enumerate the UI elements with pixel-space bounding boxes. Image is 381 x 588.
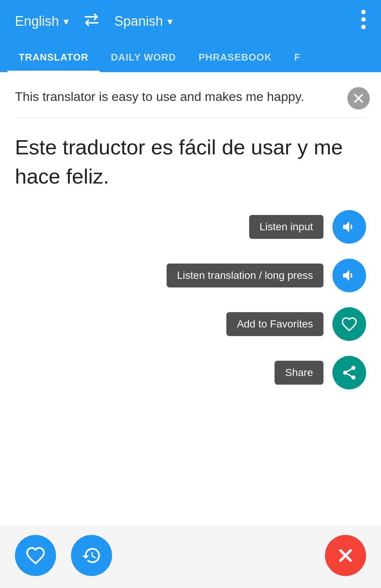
listen-input-row: Listen input xyxy=(249,210,366,244)
tab-bar: TRANSLATOR DAILY WORD PHRASEBOOK F xyxy=(0,43,381,72)
share-tooltip: Share xyxy=(275,361,323,385)
svg-line-8 xyxy=(347,374,352,376)
bottom-bar xyxy=(0,526,381,585)
listen-input-button[interactable] xyxy=(332,210,366,244)
input-text: This translator is easy to use and makes… xyxy=(15,89,304,104)
bottom-close-button[interactable] xyxy=(325,535,366,576)
listen-translation-tooltip: Listen translation / long press xyxy=(167,264,323,287)
share-row: Share xyxy=(275,356,366,390)
tab-translator[interactable]: TRANSLATOR xyxy=(7,43,100,72)
tab-phrasebook[interactable]: PHRASEBOOK xyxy=(187,43,283,72)
target-language-label: Spanish xyxy=(114,13,163,29)
svg-point-5 xyxy=(351,366,356,370)
svg-point-0 xyxy=(361,10,366,14)
more-options-icon[interactable] xyxy=(361,9,366,34)
bottom-history-button[interactable] xyxy=(71,535,112,576)
bottom-favorites-button[interactable] xyxy=(15,535,56,576)
listen-translation-row: Listen translation / long press xyxy=(167,259,366,292)
svg-point-7 xyxy=(351,375,356,379)
svg-point-1 xyxy=(361,17,366,22)
add-favorites-tooltip: Add to Favorites xyxy=(226,312,323,336)
target-language-selector[interactable]: Spanish ▾ xyxy=(114,13,173,29)
translation-text: Este traductor es fácil de usar y me hac… xyxy=(0,121,381,203)
svg-point-2 xyxy=(361,25,366,29)
target-language-chevron-icon: ▾ xyxy=(167,15,173,28)
listen-input-tooltip: Listen input xyxy=(249,215,323,239)
share-button[interactable] xyxy=(332,356,366,390)
tab-more[interactable]: F xyxy=(283,43,312,72)
source-language-label: English xyxy=(15,13,59,29)
app-header: English ▾ Spanish ▾ TRANSLATOR DA xyxy=(0,0,381,72)
source-language-selector[interactable]: English ▾ xyxy=(15,13,69,29)
swap-languages-icon[interactable] xyxy=(82,13,101,30)
input-text-area[interactable]: This translator is easy to use and makes… xyxy=(0,72,381,114)
header-top: English ▾ Spanish ▾ xyxy=(0,0,381,43)
add-favorites-button[interactable] xyxy=(332,307,366,341)
source-language-chevron-icon: ▾ xyxy=(64,15,69,28)
listen-translation-button[interactable] xyxy=(332,259,366,292)
svg-point-6 xyxy=(343,370,347,375)
divider xyxy=(15,117,366,118)
tab-daily-word[interactable]: DAILY WORD xyxy=(100,43,188,72)
clear-input-button[interactable] xyxy=(347,87,370,110)
action-buttons: Listen input Listen translation / long p… xyxy=(0,203,381,397)
svg-line-9 xyxy=(347,369,352,372)
main-content: This translator is easy to use and makes… xyxy=(0,72,381,585)
add-favorites-row: Add to Favorites xyxy=(226,307,366,341)
